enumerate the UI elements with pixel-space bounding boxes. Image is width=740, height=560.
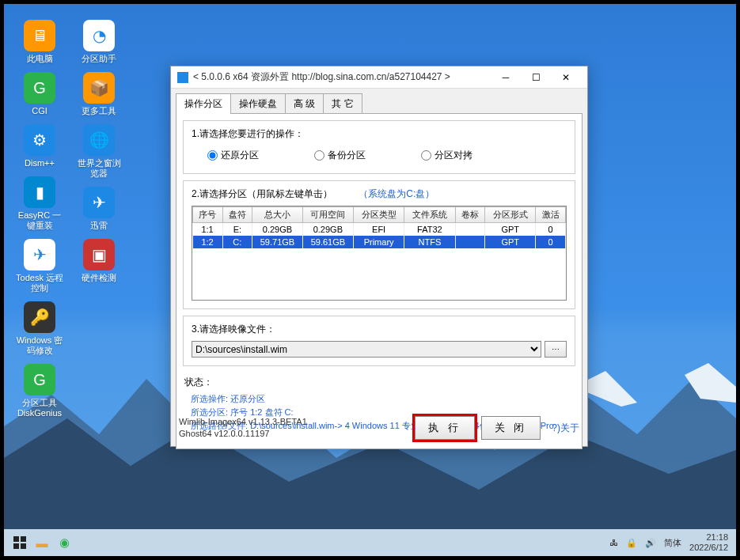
- app-window: < 5.0.0.6 x64 资源外置 http://blog.sina.com.…: [170, 66, 588, 447]
- version-ghost: Ghost64 v12.0.0.11197: [179, 428, 307, 440]
- tray-volume-icon[interactable]: 🔊: [645, 538, 656, 548]
- app-icon: G: [24, 364, 55, 395]
- svg-rect-3: [21, 543, 26, 549]
- app-icon: ⚙: [24, 124, 55, 156]
- desktop-icon[interactable]: 🌐世界之窗浏览器: [75, 124, 123, 179]
- app-icon: 🖥: [24, 20, 55, 51]
- icon-label: 更多工具: [82, 106, 116, 116]
- desktop: 🖥此电脑GCGI⚙Dism++▮EasyRC 一键重装✈Todesk 远程控制🔑…: [4, 4, 736, 556]
- tab[interactable]: 高 级: [285, 93, 324, 114]
- column-header[interactable]: 盘符: [222, 207, 252, 223]
- status-title: 状态：: [184, 376, 574, 389]
- icon-label: CGI: [32, 106, 47, 116]
- column-header[interactable]: 分区形式: [485, 207, 536, 223]
- icon-label: 硬件检测: [82, 273, 116, 283]
- partition-table[interactable]: 序号盘符总大小可用空间分区类型文件系统卷标分区形式激活1:1E:0.29GB0.…: [192, 206, 567, 301]
- app-icon: 🌐: [83, 124, 115, 156]
- desktop-icon[interactable]: ▣硬件检测: [75, 239, 123, 283]
- column-header[interactable]: 文件系统: [404, 207, 455, 223]
- svg-rect-1: [21, 536, 26, 542]
- icon-label: Todesk 远程控制: [16, 273, 63, 293]
- icon-label: 分区助手: [82, 54, 116, 64]
- icon-label: 此电脑: [27, 54, 53, 64]
- desktop-icon[interactable]: 🖥此电脑: [16, 20, 63, 64]
- close-button[interactable]: ✕: [551, 68, 581, 87]
- column-header[interactable]: 卷标: [455, 207, 485, 223]
- svg-rect-2: [13, 543, 19, 549]
- table-row[interactable]: 1:1E:0.29GB0.29GBEFIFAT32GPT0: [193, 223, 566, 236]
- close-dialog-button[interactable]: 关 闭: [481, 416, 541, 440]
- table-row[interactable]: 1:2C:59.71GB59.61GBPrimaryNTFSGPT0: [193, 236, 566, 248]
- svg-rect-0: [13, 536, 19, 542]
- tabs: 操作分区操作硬盘高 级其 它: [171, 89, 587, 114]
- titlebar[interactable]: < 5.0.0.6 x64 资源外置 http://blog.sina.com.…: [171, 66, 587, 89]
- column-header[interactable]: 总大小: [252, 207, 303, 223]
- column-header[interactable]: 序号: [193, 207, 223, 223]
- column-header[interactable]: 分区类型: [353, 207, 404, 223]
- desktop-icons: 🖥此电脑GCGI⚙Dism++▮EasyRC 一键重装✈Todesk 远程控制🔑…: [16, 20, 123, 418]
- section-partition: 2.请选择分区（用鼠标左键单击） （系统盘为C:盘） 序号盘符总大小可用空间分区…: [183, 180, 575, 309]
- column-header[interactable]: 激活: [536, 207, 566, 223]
- app-icon: G: [24, 72, 55, 104]
- section2-title: 2.请选择分区（用鼠标左键单击）: [192, 188, 332, 199]
- app-icon: ✈: [24, 239, 55, 271]
- icon-label: Windows 密码修改: [16, 335, 63, 356]
- tray-security-icon[interactable]: 🔒: [626, 538, 637, 548]
- desktop-icon[interactable]: ✈Todesk 远程控制: [16, 239, 63, 293]
- desktop-icon[interactable]: 📦更多工具: [75, 72, 123, 116]
- minimize-button[interactable]: ─: [491, 68, 521, 87]
- window-footer: Wimlib-Imagex64 v1.13.3-BETA1 Ghost64 v1…: [179, 416, 579, 440]
- tab[interactable]: 操作分区: [176, 93, 231, 114]
- app-icon: 📦: [83, 72, 115, 104]
- system-disk-hint: （系统盘为C:盘）: [359, 188, 435, 199]
- window-title: < 5.0.0.6 x64 资源外置 http://blog.sina.com.…: [193, 70, 491, 84]
- tab[interactable]: 操作硬盘: [230, 93, 286, 114]
- section1-title: 1.请选择您要进行的操作：: [192, 127, 567, 141]
- desktop-icon[interactable]: ✈迅雷: [75, 187, 123, 231]
- taskbar-explorer[interactable]: ▬: [31, 532, 53, 553]
- icon-label: 世界之窗浏览器: [75, 158, 123, 179]
- status-line: 所选操作: 还原分区: [184, 392, 574, 406]
- tab-panel: 1.请选择您要进行的操作： 还原分区 备份分区 分区对拷 2.请选择分区（用鼠标…: [176, 113, 583, 449]
- icon-label: 分区工具DiskGenius: [16, 398, 63, 418]
- desktop-icon[interactable]: ▮EasyRC 一键重装: [16, 176, 63, 231]
- app-icon: 🔑: [24, 301, 55, 333]
- app-icon: ▮: [24, 176, 55, 208]
- tray-language[interactable]: 简体: [664, 537, 681, 549]
- taskbar-clock[interactable]: 21:18 2022/6/12: [689, 532, 731, 553]
- app-icon: ◔: [83, 20, 115, 51]
- app-icon: [177, 72, 188, 83]
- taskbar: ▬ ◉ 🖧 🔒 🔊 简体 21:18 2022/6/12: [4, 529, 736, 556]
- desktop-icon[interactable]: ◔分区助手: [75, 20, 123, 64]
- image-path-select[interactable]: D:\sources\install.wim: [192, 341, 541, 358]
- icon-label: 迅雷: [90, 221, 108, 231]
- desktop-icon[interactable]: ⚙Dism++: [16, 124, 63, 168]
- radio-option[interactable]: 分区对拷: [421, 149, 472, 162]
- radio-option[interactable]: 还原分区: [207, 149, 259, 162]
- app-icon: ▣: [83, 239, 115, 271]
- tray-network-icon[interactable]: 🖧: [609, 538, 618, 547]
- version-wimlib: Wimlib-Imagex64 v1.13.3-BETA1: [179, 416, 307, 428]
- taskbar-app[interactable]: ◉: [53, 532, 75, 553]
- start-button[interactable]: [9, 532, 31, 553]
- column-header[interactable]: 可用空间: [302, 207, 353, 223]
- maximize-button[interactable]: ☐: [521, 68, 551, 87]
- section-image: 3.请选择映像文件： D:\sources\install.wim ⋯: [183, 316, 575, 366]
- icon-label: EasyRC 一键重装: [16, 210, 63, 231]
- desktop-icon[interactable]: G分区工具DiskGenius: [16, 364, 63, 418]
- execute-button[interactable]: 执 行: [415, 416, 475, 440]
- icon-label: Dism++: [25, 158, 55, 168]
- radio-option[interactable]: 备份分区: [314, 149, 366, 162]
- app-icon: ✈: [83, 187, 115, 218]
- desktop-icon[interactable]: 🔑Windows 密码修改: [16, 301, 63, 356]
- section3-title: 3.请选择映像文件：: [192, 323, 567, 336]
- tab[interactable]: 其 它: [323, 93, 362, 114]
- browse-button[interactable]: ⋯: [545, 341, 567, 358]
- section-operation: 1.请选择您要进行的操作： 还原分区 备份分区 分区对拷: [183, 120, 575, 174]
- about-link[interactable]: ?)关于: [552, 422, 579, 435]
- desktop-icon[interactable]: GCGI: [16, 72, 63, 116]
